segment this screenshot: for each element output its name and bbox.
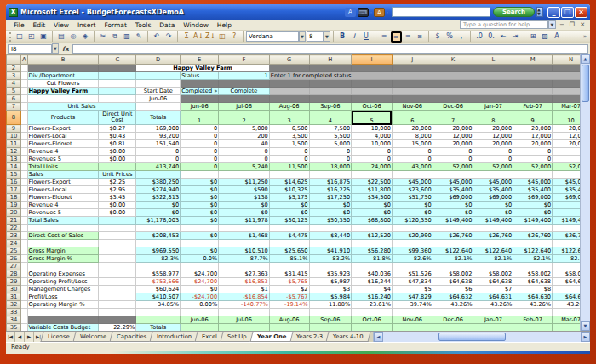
cell-I18[interactable]: $34,500 <box>352 194 393 202</box>
row-header-30[interactable]: 30 <box>7 286 21 293</box>
cell-I34[interactable]: Oct-06 <box>352 316 393 324</box>
row-header-3[interactable]: 3 <box>7 72 21 80</box>
name-box[interactable]: I8 <box>8 44 52 54</box>
cell-B9[interactable]: Flowers-Export <box>27 125 99 133</box>
cell-A30[interactable] <box>20 286 27 293</box>
cell-F14[interactable]: 5,240 <box>219 163 270 171</box>
cell-E28[interactable]: $24,700 <box>181 270 219 278</box>
cell-B11[interactable]: Flowers-Eldoret <box>27 140 99 148</box>
cell-K29[interactable]: $64,638 <box>433 278 473 286</box>
cell-H24[interactable] <box>309 240 352 247</box>
cell-G12[interactable]: 0 <box>269 148 309 156</box>
cell-M30[interactable]: $8 <box>513 286 553 293</box>
cell-D21[interactable]: $1,178,003 <box>136 217 181 225</box>
cell-H11[interactable]: 5,000 <box>309 140 352 148</box>
cell-C27[interactable] <box>99 263 136 270</box>
cell-D27[interactable] <box>136 263 181 270</box>
cell-E12[interactable]: 0 <box>181 148 219 156</box>
cell-H33[interactable] <box>309 309 352 316</box>
menu-tools[interactable]: Tools <box>131 21 155 29</box>
cell-I27[interactable] <box>352 263 393 270</box>
cell-M25[interactable]: $122,640 <box>513 247 553 255</box>
cell-L26[interactable]: 82.1% <box>473 255 513 263</box>
cell-C16[interactable]: $2.25 <box>99 179 136 186</box>
cell-C18[interactable]: $3.45 <box>99 194 136 202</box>
underline-icon[interactable]: U <box>361 31 372 43</box>
cell-F25[interactable]: $10,510 <box>219 247 270 255</box>
cell-H9[interactable]: 7,500 <box>309 125 352 133</box>
cell-K30[interactable]: $6 <box>433 286 473 293</box>
cell-D5[interactable]: Start Date <box>136 88 181 95</box>
cell-D15[interactable] <box>136 171 181 179</box>
column-header-C[interactable]: C <box>99 55 136 65</box>
cell-A10[interactable] <box>20 133 27 140</box>
cell-B8[interactable]: Products <box>27 111 99 125</box>
cell-M32[interactable]: 43.26% <box>513 301 553 309</box>
cell-H26[interactable]: 83.2% <box>309 255 352 263</box>
cell-H6[interactable] <box>309 95 352 103</box>
cell-H30[interactable]: $3 <box>309 286 352 293</box>
cell-I23[interactable]: $12,520 <box>352 232 393 240</box>
cell-A19[interactable] <box>20 202 27 209</box>
sort-descending-icon[interactable]: Z↓ <box>205 31 216 43</box>
cell-D19[interactable]: $0 <box>136 202 181 209</box>
cell-M23[interactable]: $26,760 <box>513 232 553 240</box>
research-icon[interactable]: ◈ <box>80 31 91 43</box>
row-header-22[interactable]: 22 <box>7 225 21 232</box>
cell-M17[interactable]: $35,400 <box>513 186 553 194</box>
cell-J14[interactable]: 43,000 <box>392 163 433 171</box>
cell-I35[interactable] <box>352 324 393 332</box>
cell-E23[interactable]: $0 <box>181 232 219 240</box>
cell-C33[interactable] <box>99 309 136 316</box>
cell-A27[interactable] <box>20 263 27 270</box>
cell-M34[interactable]: Feb-07 <box>513 316 553 324</box>
cell-J30[interactable]: $5 <box>392 286 433 293</box>
cell-J12[interactable]: 0 <box>392 148 433 156</box>
cell-B13[interactable]: Revenues 5 <box>27 156 99 163</box>
cell-I17[interactable]: $11,800 <box>352 186 393 194</box>
cell-L29[interactable]: $64,638 <box>473 278 513 286</box>
cell-G14[interactable]: 11,500 <box>269 163 309 171</box>
cell-G16[interactable]: $14,625 <box>269 179 309 186</box>
cell-L17[interactable]: $35,400 <box>473 186 513 194</box>
row-header-18[interactable]: 18 <box>7 194 21 202</box>
cell-M16[interactable]: $45,000 <box>513 179 553 186</box>
cell-D23[interactable]: $208,453 <box>136 232 181 240</box>
cell-F7[interactable]: Jul-06 <box>219 103 270 111</box>
cell-J17[interactable]: $23,600 <box>392 186 433 194</box>
sheet-tab-set-up[interactable]: Set Up <box>221 332 255 342</box>
cell-K27[interactable] <box>433 263 473 270</box>
cell-A25[interactable] <box>20 247 27 255</box>
toolbar-options-icon[interactable]: » <box>582 33 588 40</box>
horizontal-scroll-thumb[interactable] <box>438 333 506 341</box>
print-icon[interactable]: ▤ <box>56 31 67 43</box>
print-preview-icon[interactable]: ◎ <box>68 31 79 43</box>
cell-E13[interactable]: 0 <box>181 156 219 163</box>
cell-J4[interactable] <box>392 80 433 88</box>
cell-K18[interactable]: $69,000 <box>433 194 473 202</box>
cell-E33[interactable] <box>181 309 219 316</box>
cell-M15[interactable] <box>513 171 553 179</box>
cell-E10[interactable]: 0 <box>181 133 219 140</box>
cell-B27[interactable] <box>27 263 99 270</box>
cell-H10[interactable]: 5,500 <box>309 133 352 140</box>
cell-A31[interactable] <box>20 293 27 301</box>
cell-F16[interactable]: $11,250 <box>219 179 270 186</box>
cell-G24[interactable] <box>269 240 309 247</box>
cell-F32[interactable]: -140.77% <box>219 301 270 309</box>
cut-icon[interactable]: ✂ <box>98 31 109 43</box>
cell-A8[interactable] <box>20 111 27 125</box>
cell-K12[interactable]: 0 <box>433 148 473 156</box>
cell-D7[interactable] <box>136 103 181 111</box>
cell-H16[interactable]: $16,875 <box>309 179 352 186</box>
cell-D33[interactable] <box>136 309 181 316</box>
cell-D22[interactable] <box>136 225 181 232</box>
cell-M8[interactable]: 9 <box>513 111 553 125</box>
cell-B18[interactable]: Flowers-Eldoret <box>27 194 99 202</box>
sheet-tab-years-4-10[interactable]: Years 4-10 <box>326 332 371 342</box>
cell-C20[interactable]: $0.00 <box>99 209 136 217</box>
cell-B25[interactable]: Gross Margin <box>27 247 99 255</box>
cell-B7[interactable]: Unit Sales <box>27 103 136 111</box>
cell-F26[interactable]: 87.7% <box>219 255 270 263</box>
row-header-9[interactable]: 9 <box>7 125 21 133</box>
